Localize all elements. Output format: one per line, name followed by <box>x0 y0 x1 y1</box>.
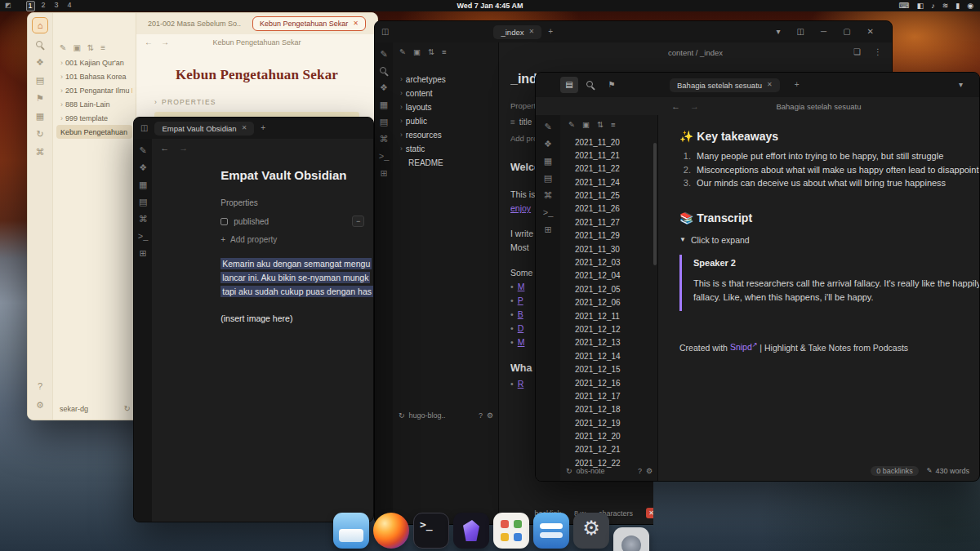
dock-chat-icon[interactable] <box>533 513 569 549</box>
new-folder-icon[interactable]: ▣ <box>413 48 421 56</box>
file-item[interactable]: 2021_12_04 <box>560 269 657 282</box>
tab-index[interactable]: _index ✕ <box>493 25 541 39</box>
new-note-icon[interactable]: ✎ <box>399 48 406 56</box>
tree-item[interactable]: ›layouts <box>393 100 498 114</box>
daily-note-icon[interactable]: ▤ <box>139 198 147 207</box>
sort-icon[interactable]: ⇅ <box>428 48 434 56</box>
new-note-icon[interactable]: ✎ <box>140 146 147 155</box>
file-item[interactable]: 2021_12_03 <box>560 256 657 269</box>
file-item[interactable]: 2021_12_14 <box>560 350 657 363</box>
sort-icon[interactable]: ⇅ <box>87 44 94 52</box>
grid-icon[interactable]: ⊞ <box>380 169 387 178</box>
new-note-icon[interactable]: ✎ <box>544 122 551 131</box>
file-item[interactable]: 2021_12_05 <box>560 283 657 296</box>
file-item[interactable]: 2021_12_19 <box>560 417 657 430</box>
terminal-icon[interactable]: >_ <box>379 152 390 161</box>
forward-icon[interactable]: → <box>179 144 188 153</box>
back-icon[interactable]: ← <box>160 144 169 153</box>
explorer-item[interactable]: Kebun Pengetahuan <box>56 125 132 139</box>
menu-sound-icon[interactable]: ♪ <box>931 2 935 10</box>
file-item[interactable]: 2021_12_20 <box>560 430 657 443</box>
tree-item[interactable]: ›archetypes <box>393 73 498 87</box>
menu-keyboard-icon[interactable]: ⌨ <box>899 2 910 10</box>
file-item[interactable]: 2021_11_29 <box>560 229 657 242</box>
graph-icon[interactable]: ❖ <box>139 163 147 172</box>
backlinks-badge[interactable]: 0 backlinks <box>871 466 919 476</box>
file-item[interactable]: 2021_12_13 <box>560 336 657 349</box>
file-item[interactable]: 2021_12_16 <box>560 377 657 390</box>
new-note-icon[interactable]: ✎ <box>380 50 387 59</box>
remove-property-icon[interactable]: − <box>352 216 364 227</box>
properties-header[interactable]: Properties <box>220 198 373 207</box>
menu-network-icon[interactable]: ≋ <box>942 2 949 10</box>
sync-icon[interactable]: ↻ <box>124 405 131 413</box>
new-folder-icon[interactable]: ▣ <box>582 121 590 129</box>
file-item[interactable]: 2021_11_27 <box>560 216 657 229</box>
tree-item[interactable]: README <box>393 156 498 170</box>
menu-power-icon[interactable]: ◉ <box>967 2 973 10</box>
sync-icon[interactable]: ↻ <box>566 468 572 475</box>
close-icon[interactable]: ✕ <box>353 20 359 27</box>
collapse-icon[interactable]: ≡ <box>442 48 447 56</box>
search-tab-icon[interactable] <box>581 77 599 93</box>
daily-note-icon[interactable]: ▤ <box>380 118 388 127</box>
home-icon[interactable]: ⌂ <box>32 17 48 33</box>
file-item[interactable]: 2021_11_22 <box>560 162 657 176</box>
collapse-icon[interactable]: ≡ <box>100 44 105 52</box>
vault-switcher[interactable]: ↻ hugo-blog.. ? ⚙ <box>399 411 493 420</box>
canvas-icon[interactable]: ▦ <box>544 157 552 166</box>
grid-icon[interactable]: ⊞ <box>544 225 551 234</box>
window-close-icon[interactable]: ✕ <box>867 28 874 36</box>
tab-list-icon[interactable]: ▾ <box>959 81 973 89</box>
close-icon[interactable]: ✕ <box>767 82 773 88</box>
terminal-icon[interactable]: >_ <box>543 208 554 217</box>
right-sidebar-toggle-icon[interactable]: ◫ <box>797 28 804 36</box>
dock-extra-icon[interactable] <box>613 527 649 551</box>
reading-mode-icon[interactable]: ❏ <box>853 48 861 56</box>
minimize-icon[interactable]: ─ <box>821 28 826 36</box>
file-item[interactable]: 2021_11_26 <box>560 202 657 216</box>
dock-firefox-icon[interactable] <box>373 513 409 549</box>
tab-bahagia[interactable]: Bahagia setelah sesuatu ✕ <box>670 78 780 92</box>
sync-icon[interactable]: ↻ <box>399 412 405 420</box>
settings-icon[interactable]: ⚙ <box>646 468 653 475</box>
new-tab-icon[interactable]: + <box>548 28 553 36</box>
canvas-icon[interactable]: ▦ <box>36 112 44 121</box>
settings-icon[interactable]: ⚙ <box>36 401 44 410</box>
dock-obsidian-icon[interactable] <box>453 513 489 549</box>
file-item[interactable]: 2021_11_24 <box>560 176 657 189</box>
collapse-icon[interactable]: ≡ <box>611 121 616 129</box>
checkbox-icon[interactable] <box>220 218 228 225</box>
command-icon[interactable]: ⌘ <box>544 191 553 200</box>
add-property-button[interactable]: + Add property <box>220 235 373 244</box>
canvas-icon[interactable]: ▦ <box>139 180 147 189</box>
graph-icon[interactable]: ❖ <box>544 140 552 149</box>
graph-icon[interactable]: ❖ <box>380 83 388 92</box>
close-icon[interactable]: ✕ <box>528 29 534 35</box>
file-item[interactable]: 2021_12_11 <box>560 310 657 323</box>
explorer-item[interactable]: ›101 Bahasa Korea <box>56 69 132 83</box>
files-tab-icon[interactable]: ▤ <box>560 77 578 93</box>
search-icon[interactable] <box>380 67 388 75</box>
new-note-icon[interactable]: ✎ <box>60 44 66 52</box>
search-icon[interactable] <box>36 41 44 49</box>
daily-note-icon[interactable]: ▤ <box>36 76 44 85</box>
grid-icon[interactable]: ⊞ <box>140 249 147 258</box>
command-icon[interactable]: ⌘ <box>380 135 389 144</box>
new-tab-icon[interactable]: + <box>795 81 800 89</box>
menu-display-icon[interactable]: ◧ <box>917 2 924 10</box>
command-icon[interactable]: ⌘ <box>36 148 45 157</box>
snipd-link[interactable]: Snipd↗ <box>730 342 758 352</box>
file-item[interactable]: 2021_11_20 <box>560 136 657 149</box>
menu-battery-icon[interactable]: ▮ <box>956 2 960 10</box>
file-item[interactable]: 2021_12_21 <box>560 443 657 456</box>
explorer-item[interactable]: ›999 template <box>56 111 132 125</box>
new-folder-icon[interactable]: ▣ <box>73 44 80 52</box>
dock-files-icon[interactable] <box>333 513 369 549</box>
scrollbar-thumb[interactable] <box>653 143 657 265</box>
file-item[interactable]: 2021_12_12 <box>560 323 657 336</box>
tab-list-icon[interactable]: ▾ <box>777 28 781 36</box>
help-icon[interactable]: ? <box>38 382 42 391</box>
sort-icon[interactable]: ⇅ <box>597 121 604 129</box>
vault-switcher[interactable]: ↻ obs-note ? ⚙ <box>566 467 653 475</box>
